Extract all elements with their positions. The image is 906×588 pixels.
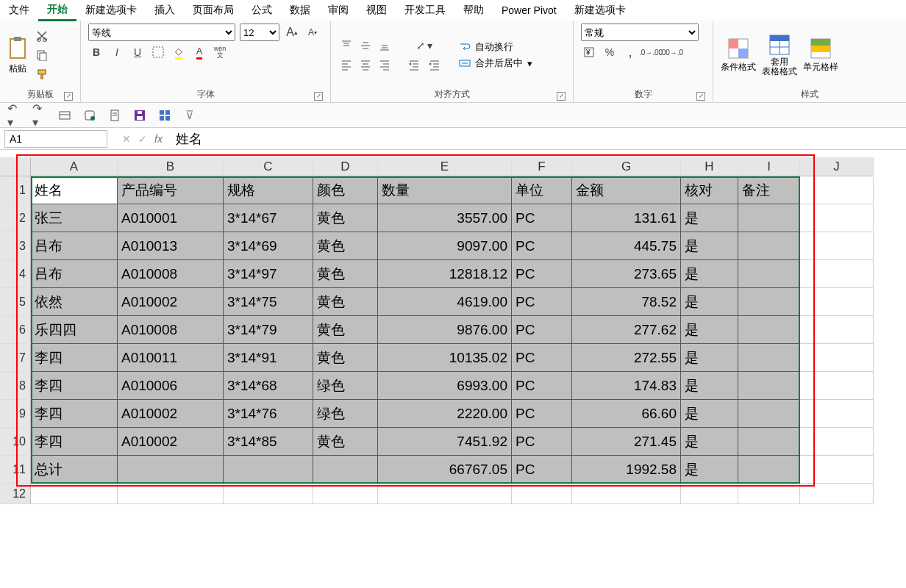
cell-C1[interactable]: 规格 — [224, 176, 313, 204]
cell-A4[interactable]: 吕布 — [31, 260, 118, 288]
align-left-button[interactable] — [338, 57, 354, 73]
cell-I5[interactable] — [738, 288, 800, 316]
cell-F4[interactable]: PC — [512, 260, 572, 288]
menu-item-12[interactable]: 新建选项卡 — [566, 1, 635, 20]
font-launcher[interactable]: ⤢ — [314, 92, 323, 101]
cell-H8[interactable]: 是 — [681, 372, 738, 400]
decrease-decimal-button[interactable]: .00→.0 — [663, 44, 680, 60]
number-format-select[interactable]: 常规 — [581, 24, 699, 41]
cell-H7[interactable]: 是 — [681, 344, 738, 372]
comma-button[interactable]: , — [622, 44, 638, 60]
row-header-3[interactable]: 3 — [0, 232, 31, 260]
cell-A2[interactable]: 张三 — [31, 204, 118, 232]
cell-A12[interactable] — [31, 484, 118, 504]
menu-item-9[interactable]: 开发工具 — [396, 1, 454, 20]
row-header-9[interactable]: 9 — [0, 400, 31, 428]
cell-D1[interactable]: 颜色 — [313, 176, 378, 204]
cell-B8[interactable]: A010006 — [118, 372, 224, 400]
col-header-J[interactable]: J — [800, 157, 874, 176]
row-header-7[interactable]: 7 — [0, 344, 31, 372]
cell-D12[interactable] — [313, 484, 378, 504]
percent-button[interactable]: % — [602, 44, 618, 60]
cell-G2[interactable]: 131.61 — [572, 204, 681, 232]
cell-I8[interactable] — [738, 372, 800, 400]
cell-G4[interactable]: 273.65 — [572, 260, 681, 288]
cell-E9[interactable]: 2220.00 — [378, 400, 512, 428]
cell-B10[interactable]: A010002 — [118, 428, 224, 456]
orientation-button[interactable]: ⤢ ▾ — [406, 37, 443, 54]
decrease-indent-button[interactable] — [406, 57, 422, 73]
cell-J4[interactable] — [800, 260, 874, 288]
cell-G11[interactable]: 1992.58 — [572, 456, 681, 484]
menu-item-4[interactable]: 页面布局 — [184, 1, 243, 20]
cell-E11[interactable]: 66767.05 — [378, 456, 512, 484]
column-headers[interactable]: ABCDEFGHIJ — [31, 157, 906, 176]
cell-I12[interactable] — [738, 484, 800, 504]
qat-customize[interactable]: ⊽ — [182, 108, 197, 123]
phonetic-button[interactable]: wén 文 — [212, 44, 228, 60]
cell-J12[interactable] — [800, 484, 874, 504]
cell-C8[interactable]: 3*14*68 — [224, 372, 313, 400]
menu-item-2[interactable]: 新建选项卡 — [76, 1, 146, 20]
font-name-select[interactable]: 等线 — [88, 24, 235, 41]
cell-I3[interactable] — [738, 232, 800, 260]
cell-A3[interactable]: 吕布 — [31, 232, 118, 260]
cell-F8[interactable]: PC — [512, 372, 572, 400]
cell-I10[interactable] — [738, 428, 800, 456]
cell-A6[interactable]: 乐四四 — [31, 316, 118, 344]
cell-B3[interactable]: A010013 — [118, 232, 224, 260]
formula-input[interactable] — [170, 130, 906, 148]
row-header-2[interactable]: 2 — [0, 204, 31, 232]
increase-decimal-button[interactable]: .0→.00 — [643, 44, 659, 60]
cell-E3[interactable]: 9097.00 — [378, 232, 512, 260]
cell-G12[interactable] — [572, 484, 681, 504]
cell-G10[interactable]: 271.45 — [572, 428, 681, 456]
menu-item-3[interactable]: 插入 — [146, 1, 184, 20]
col-header-F[interactable]: F — [512, 157, 572, 176]
cell-F11[interactable]: PC — [512, 456, 572, 484]
align-bottom-button[interactable] — [377, 37, 393, 54]
cell-A7[interactable]: 李四 — [31, 344, 118, 372]
cell-I1[interactable]: 备注 — [738, 176, 800, 204]
cell-D2[interactable]: 黄色 — [313, 204, 378, 232]
qat-icon-1[interactable] — [57, 108, 72, 123]
number-launcher[interactable]: ⤢ — [696, 92, 705, 101]
menu-item-11[interactable]: Power Pivot — [493, 1, 566, 19]
cell-E6[interactable]: 9876.00 — [378, 316, 512, 344]
cell-F12[interactable] — [512, 484, 572, 504]
col-header-I[interactable]: I — [738, 157, 800, 176]
row-header-12[interactable]: 12 — [0, 484, 31, 504]
cell-E10[interactable]: 7451.92 — [378, 428, 512, 456]
row-header-11[interactable]: 11 — [0, 456, 31, 484]
cells-area[interactable]: 姓名产品编号规格颜色数量单位金额核对备注张三A0100013*14*67黄色35… — [31, 176, 874, 504]
col-header-D[interactable]: D — [313, 157, 378, 176]
save-button[interactable] — [132, 108, 147, 123]
cell-D6[interactable]: 黄色 — [313, 316, 378, 344]
col-header-C[interactable]: C — [224, 157, 313, 176]
cell-E2[interactable]: 3557.00 — [378, 204, 512, 232]
cell-E7[interactable]: 10135.02 — [378, 344, 512, 372]
cell-A9[interactable]: 李四 — [31, 400, 118, 428]
cell-H4[interactable]: 是 — [681, 260, 738, 288]
cell-F6[interactable]: PC — [512, 316, 572, 344]
name-box[interactable] — [4, 130, 107, 148]
merge-center-button[interactable]: 合并后居中 ▾ — [459, 57, 532, 70]
cell-A10[interactable]: 李四 — [31, 428, 118, 456]
cell-H5[interactable]: 是 — [681, 288, 738, 316]
cell-I9[interactable] — [738, 400, 800, 428]
cell-C5[interactable]: 3*14*75 — [224, 288, 313, 316]
cell-J5[interactable] — [800, 288, 874, 316]
select-all-corner[interactable] — [0, 157, 31, 176]
cell-E1[interactable]: 数量 — [378, 176, 512, 204]
undo-button[interactable]: ↶ ▾ — [7, 108, 22, 123]
cell-G5[interactable]: 78.52 — [572, 288, 681, 316]
accounting-format-button[interactable]: ¥ — [581, 44, 597, 60]
cell-A8[interactable]: 李四 — [31, 372, 118, 400]
cut-button[interactable] — [34, 28, 50, 44]
bold-button[interactable]: B — [88, 44, 104, 60]
cell-C11[interactable] — [224, 456, 313, 484]
row-header-1[interactable]: 1 — [0, 176, 31, 204]
format-painter-button[interactable] — [34, 66, 50, 82]
cell-B2[interactable]: A010001 — [118, 204, 224, 232]
row-header-5[interactable]: 5 — [0, 288, 31, 316]
